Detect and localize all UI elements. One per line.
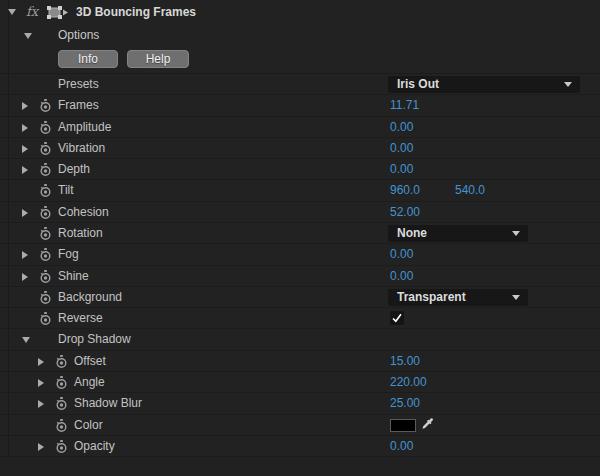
row-fog: Fog 0.00 [0,244,600,265]
stopwatch-icon[interactable] [39,184,52,201]
panel-bottom-filler [0,457,600,476]
param-label: Offset [74,351,106,371]
param-label: Depth [58,159,90,179]
disclosure-triangle-icon[interactable] [22,102,28,110]
effect-controls-panel: fx 3D Bouncing Frames Options Info Help … [0,0,600,476]
param-label: Reverse [58,308,103,328]
row-offset: Offset 15.00 [0,351,600,372]
info-button[interactable]: Info [58,50,118,68]
param-value[interactable]: 220.00 [390,372,427,392]
dropdown-selected-value: None [397,225,427,242]
disclosure-triangle-icon[interactable] [38,379,44,387]
disclosure-triangle-icon[interactable] [22,145,28,153]
help-button[interactable]: Help [127,50,189,68]
row-drop-shadow-group: Drop Shadow [0,329,600,350]
row-tilt: Tilt 960.0 540.0 [0,180,600,201]
stopwatch-icon[interactable] [39,270,52,287]
row-reverse: Reverse [0,308,600,329]
param-value[interactable]: 25.00 [390,393,420,413]
group-expander-triangle-icon[interactable] [22,337,30,343]
param-value-x[interactable]: 960.0 [390,180,420,200]
param-value[interactable]: 0.00 [390,117,413,137]
stopwatch-icon[interactable] [55,419,68,436]
row-color: Color [0,415,600,436]
param-label: Shadow Blur [74,393,142,413]
stopwatch-icon[interactable] [39,248,52,265]
stopwatch-icon[interactable] [39,206,52,223]
rotation-dropdown[interactable]: None [388,225,528,242]
stopwatch-icon[interactable] [39,291,52,308]
presets-dropdown[interactable]: Iris Out [388,76,580,93]
reverse-checkbox[interactable] [390,311,404,325]
disclosure-triangle-icon[interactable] [22,124,28,132]
options-group-label: Options [58,24,99,46]
row-background: Background Transparent [0,287,600,308]
effect-title: 3D Bouncing Frames [76,0,196,24]
param-label: Color [74,415,103,435]
row-depth: Depth 0.00 [0,159,600,180]
chevron-down-icon [564,82,572,87]
param-label: Amplitude [58,117,111,137]
group-label: Drop Shadow [58,329,131,349]
param-label: Fog [58,244,79,264]
stopwatch-icon[interactable] [39,142,52,159]
stopwatch-icon[interactable] [55,440,68,457]
param-value[interactable]: 0.00 [390,138,413,158]
param-value[interactable]: 52.00 [390,202,420,222]
param-label: Cohesion [58,202,109,222]
param-value[interactable]: 0.00 [390,436,413,456]
row-shadow-blur: Shadow Blur 25.00 [0,393,600,414]
disclosure-triangle-icon[interactable] [22,273,28,281]
param-label: Vibration [58,138,105,158]
row-presets: Presets Iris Out [0,74,600,95]
stopwatch-icon[interactable] [55,355,68,372]
dropdown-selected-value: Transparent [397,289,466,306]
stopwatch-icon[interactable] [55,376,68,393]
disclosure-triangle-icon[interactable] [38,358,44,366]
effect-expander-triangle-icon[interactable] [8,9,16,15]
options-group-row: Options [0,24,600,46]
stopwatch-icon[interactable] [39,163,52,180]
effect-plugin-icon [46,5,70,23]
disclosure-triangle-icon[interactable] [38,400,44,408]
parameter-rows: Presets Iris Out Frames 11.71 Amplitude … [0,74,600,457]
param-value[interactable]: 0.00 [390,159,413,179]
checkmark-icon [390,311,404,325]
param-value[interactable]: 0.00 [390,244,413,264]
chevron-down-icon [512,295,520,300]
param-value[interactable]: 15.00 [390,351,420,371]
stopwatch-icon[interactable] [39,121,52,138]
options-expander-triangle-icon[interactable] [24,33,32,39]
param-label: Opacity [74,436,115,456]
param-label: Shine [58,266,89,286]
param-label: Rotation [58,223,103,243]
chevron-down-icon [512,231,520,236]
row-opacity: Opacity 0.00 [0,436,600,457]
effect-header: fx 3D Bouncing Frames [0,0,600,24]
disclosure-triangle-icon[interactable] [22,209,28,217]
param-label: Frames [58,95,99,115]
eyedropper-icon[interactable] [421,417,435,434]
stopwatch-icon[interactable] [39,312,52,329]
param-value-y[interactable]: 540.0 [455,180,485,200]
row-frames: Frames 11.71 [0,95,600,116]
param-value[interactable]: 0.00 [390,266,413,286]
background-dropdown[interactable]: Transparent [388,289,528,306]
param-value[interactable]: 11.71 [390,95,419,115]
dropdown-selected-value: Iris Out [397,76,439,93]
disclosure-triangle-icon[interactable] [38,443,44,451]
param-label: Angle [74,372,105,392]
stopwatch-icon[interactable] [55,397,68,414]
options-buttons-row: Info Help [0,46,600,74]
stopwatch-icon[interactable] [39,99,52,116]
disclosure-triangle-icon[interactable] [22,166,28,174]
fx-badge-icon[interactable]: fx [26,4,38,19]
color-swatch[interactable] [390,419,416,432]
param-label: Tilt [58,180,74,200]
stopwatch-icon[interactable] [39,227,52,244]
row-vibration: Vibration 0.00 [0,138,600,159]
row-rotation: Rotation None [0,223,600,244]
row-cohesion: Cohesion 52.00 [0,202,600,223]
disclosure-triangle-icon[interactable] [22,251,28,259]
row-angle: Angle 220.00 [0,372,600,393]
